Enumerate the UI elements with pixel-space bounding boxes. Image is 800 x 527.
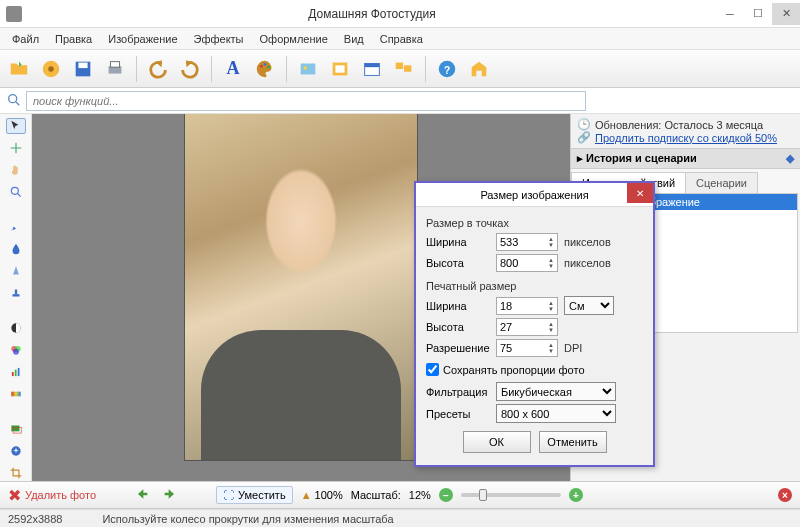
menu-effects[interactable]: Эффекты <box>186 31 252 47</box>
text-button[interactable]: A <box>218 54 248 84</box>
next-arrow[interactable] <box>160 486 180 504</box>
adjust-tool[interactable] <box>6 421 26 437</box>
separator <box>286 56 287 82</box>
effects-button[interactable] <box>293 54 323 84</box>
dialog-titlebar[interactable]: Размер изображения ✕ <box>416 183 653 207</box>
svg-rect-31 <box>17 368 19 376</box>
app-icon <box>6 6 22 22</box>
gradient-tool[interactable] <box>6 386 26 402</box>
keep-ratio-label: Сохранять пропорции фото <box>443 364 585 376</box>
levels-tool[interactable] <box>6 364 26 380</box>
px-unit: пикселов <box>564 236 611 248</box>
clock-icon: 🕒 <box>577 118 591 131</box>
palette-button[interactable] <box>250 54 280 84</box>
print-height-input[interactable]: 27▲▼ <box>496 318 558 336</box>
svg-rect-33 <box>11 425 19 431</box>
print-height-label: Высота <box>426 321 490 333</box>
resolution-input[interactable]: 75▲▼ <box>496 339 558 357</box>
svg-rect-3 <box>78 62 87 68</box>
svg-point-19 <box>9 94 17 102</box>
svg-point-7 <box>264 63 267 66</box>
height-label: Высота <box>426 257 490 269</box>
maximize-button[interactable]: ☐ <box>744 3 772 25</box>
hundred-button[interactable]: ▲100% <box>301 489 343 501</box>
brush-tool[interactable] <box>6 219 26 235</box>
preset-select[interactable]: 800 x 600 <box>496 404 616 423</box>
delete-photo-button[interactable]: ✖Удалить фото <box>8 486 96 505</box>
open-button[interactable] <box>4 54 34 84</box>
contrast-tool[interactable] <box>6 320 26 336</box>
menu-design[interactable]: Оформление <box>252 31 336 47</box>
zoom-out-button[interactable]: − <box>439 488 453 502</box>
svg-rect-12 <box>335 65 344 72</box>
frame-button[interactable] <box>325 54 355 84</box>
px-group-label: Размер в точках <box>426 217 643 229</box>
titlebar: Домашняя Фотостудия ─ ☐ ✕ <box>0 0 800 28</box>
keep-ratio-checkbox[interactable] <box>426 363 439 376</box>
filter-label: Фильтрация <box>426 386 490 398</box>
menu-view[interactable]: Вид <box>336 31 372 47</box>
fx-tool[interactable] <box>6 443 26 459</box>
prev-arrow[interactable] <box>132 486 152 504</box>
close-button[interactable]: ✕ <box>772 3 800 25</box>
collapse-icon[interactable]: ◆ <box>786 152 794 165</box>
print-button[interactable] <box>100 54 130 84</box>
svg-point-8 <box>267 65 270 68</box>
svg-rect-30 <box>14 370 16 376</box>
print-width-input[interactable]: 18▲▼ <box>496 297 558 315</box>
status-hint: Используйте колесо прокрутки для изменен… <box>102 513 393 525</box>
ok-button[interactable]: ОК <box>463 431 531 453</box>
unit-select[interactable]: См <box>564 296 614 315</box>
dialog-title: Размер изображения <box>480 189 588 201</box>
svg-rect-15 <box>396 62 403 68</box>
zoom-reset-button[interactable]: × <box>778 488 792 502</box>
undo-button[interactable] <box>143 54 173 84</box>
print-group-label: Печатный размер <box>426 280 643 292</box>
minimize-button[interactable]: ─ <box>716 3 744 25</box>
height-input[interactable]: 800▲▼ <box>496 254 558 272</box>
svg-rect-16 <box>404 65 411 71</box>
print-width-label: Ширина <box>426 300 490 312</box>
cancel-button[interactable]: Отменить <box>539 431 607 453</box>
px-unit-2: пикселов <box>564 257 611 269</box>
fit-button[interactable]: ⛶Уместить <box>216 486 293 504</box>
hand-tool[interactable] <box>6 162 26 178</box>
collage-button[interactable] <box>389 54 419 84</box>
home-button[interactable] <box>464 54 494 84</box>
zoom-slider[interactable] <box>461 493 561 497</box>
move-tool[interactable] <box>6 140 26 156</box>
width-input[interactable]: 533▲▼ <box>496 233 558 251</box>
svg-text:?: ? <box>444 64 450 75</box>
svg-rect-9 <box>301 63 316 74</box>
stamp-tool[interactable] <box>6 285 26 301</box>
redo-button[interactable] <box>175 54 205 84</box>
tab-scenarios[interactable]: Сценарии <box>685 172 758 193</box>
main-toolbar: A ? <box>0 50 800 88</box>
crop-tool[interactable] <box>6 465 26 481</box>
filter-select[interactable]: Бикубическая <box>496 382 616 401</box>
history-title: История и сценарии <box>586 152 697 164</box>
update-text: Обновления: Осталось 3 месяца <box>595 119 763 131</box>
droplet-tool[interactable] <box>6 241 26 257</box>
svg-rect-5 <box>110 61 119 66</box>
separator <box>425 56 426 82</box>
dialog-close-button[interactable]: ✕ <box>627 183 653 203</box>
zoom-in-button[interactable]: + <box>569 488 583 502</box>
delete-label: Удалить фото <box>25 489 96 501</box>
wizard-button[interactable] <box>36 54 66 84</box>
calendar-button[interactable] <box>357 54 387 84</box>
menu-edit[interactable]: Правка <box>47 31 100 47</box>
help-button[interactable]: ? <box>432 54 462 84</box>
slider-thumb[interactable] <box>479 489 487 501</box>
menu-image[interactable]: Изображение <box>100 31 185 47</box>
rgb-tool[interactable] <box>6 342 26 358</box>
pointer-tool[interactable] <box>6 118 26 134</box>
bottombar: ✖Удалить фото ⛶Уместить ▲100% Масштаб: 1… <box>0 481 800 509</box>
zoom-tool[interactable] <box>6 184 26 200</box>
menu-help[interactable]: Справка <box>372 31 431 47</box>
menu-file[interactable]: Файл <box>4 31 47 47</box>
save-button[interactable] <box>68 54 98 84</box>
search-input[interactable] <box>26 91 586 111</box>
extend-link[interactable]: Продлить подписку со скидкой 50% <box>595 132 777 144</box>
blur-tool[interactable] <box>6 263 26 279</box>
